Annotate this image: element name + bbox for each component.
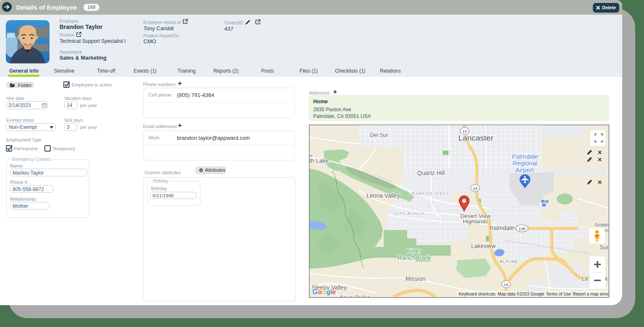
svg-text:Mission: Mission (405, 275, 425, 282)
svg-text:Agua Dulce: Agua Dulce (340, 294, 370, 297)
svg-text:Quartz Hill: Quartz Hill (417, 170, 444, 176)
svg-text:14: 14 (504, 282, 509, 287)
svg-text:Keyboard shortcuts: Keyboard shortcuts (459, 292, 496, 296)
svg-text:Del Sur: Del Sur (370, 132, 388, 138)
svg-text:RANCHO VISTA: RANCHO VISTA (412, 191, 449, 196)
svg-text:Report a map error: Report a map error (573, 292, 608, 296)
svg-text:Lakeview: Lakeview (471, 243, 496, 249)
svg-text:o: o (318, 288, 322, 296)
svg-text:nte: nte (605, 227, 608, 233)
svg-text:Regional: Regional (512, 160, 537, 167)
svg-text:Lit: Lit (582, 275, 588, 282)
svg-text:Lancaster: Lancaster (458, 133, 493, 142)
svg-text:CITY RANCH: CITY RANCH (395, 211, 425, 216)
svg-text:Leona Valley: Leona Valley (366, 192, 400, 199)
svg-text:Map data ©2023 Google: Map data ©2023 Google (498, 292, 544, 296)
svg-text:Ritter: Ritter (406, 247, 421, 254)
svg-text:138: 138 (519, 226, 525, 231)
svg-text:Palmdale: Palmdale (490, 225, 514, 231)
svg-text:14: 14 (462, 129, 467, 133)
svg-text:g: g (326, 288, 330, 296)
svg-text:Airport: Airport (515, 166, 534, 173)
svg-text:ALPINE: ALPINE (500, 259, 519, 264)
svg-text:Highlands: Highlands (463, 218, 488, 225)
svg-text:o: o (322, 288, 326, 296)
svg-text:e: e (332, 288, 336, 296)
svg-text:Palmdale: Palmdale (512, 153, 538, 160)
svg-text:Sun: Sun (600, 244, 608, 251)
svg-text:14: 14 (473, 186, 478, 191)
svg-text:G: G (312, 288, 317, 296)
svg-text:Elizabeth Lake: Elizabeth Lake (309, 157, 329, 164)
svg-text:Ranch Park: Ranch Park (397, 254, 431, 261)
svg-text:Terms of Use: Terms of Use (546, 292, 571, 296)
